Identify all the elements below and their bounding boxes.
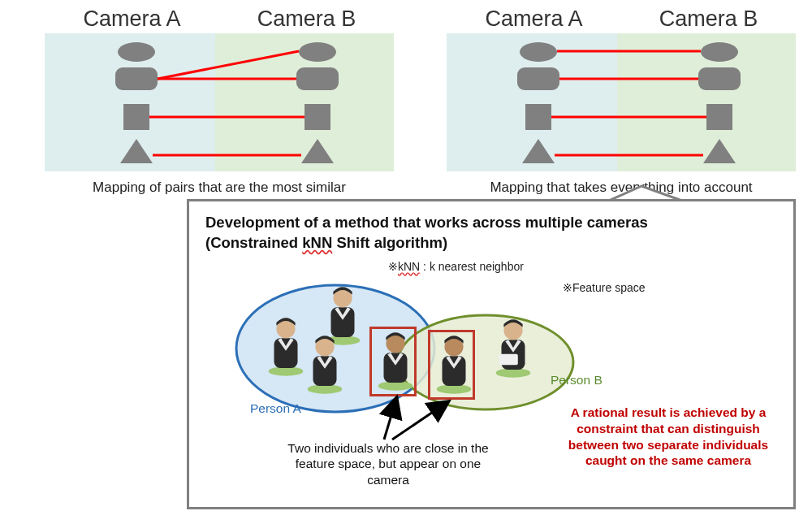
selection-box-icon: [369, 327, 417, 396]
camera-b-label: Camera B: [219, 6, 394, 32]
square-icon: [706, 104, 732, 130]
knn-note: ※kNN : k nearest neighbor: [388, 260, 524, 273]
square-icon: [304, 104, 330, 130]
rounded-rect-icon: [698, 67, 741, 90]
callout: Development of a method that works acros…: [187, 199, 796, 509]
callout-title: Development of a method that works acros…: [205, 213, 780, 253]
camera-a-label: Camera A: [45, 6, 219, 32]
ellipse-icon: [701, 42, 738, 62]
rounded-rect-icon: [296, 67, 339, 90]
ellipse-icon: [118, 42, 155, 62]
right-comparison: Camera A Camera B Mapping that takes eve…: [447, 6, 796, 196]
ellipse-icon: [299, 42, 336, 62]
rounded-rect-icon: [517, 67, 559, 90]
selection-box-icon: [428, 330, 475, 400]
square-icon: [123, 104, 149, 130]
note-left: Two individuals who are close in the fea…: [274, 440, 502, 487]
svg-line-31: [392, 402, 447, 440]
person-icon: [301, 331, 348, 396]
camera-a-label: Camera A: [447, 6, 621, 32]
svg-line-30: [384, 399, 396, 440]
rounded-rect-icon: [115, 67, 158, 90]
svg-rect-18: [313, 356, 337, 386]
svg-rect-12: [274, 338, 298, 368]
feature-space-note: ※Feature space: [563, 281, 646, 294]
person-a-label: Person A: [250, 401, 301, 416]
svg-rect-25: [499, 354, 518, 366]
triangle-icon: [120, 139, 153, 163]
square-icon: [525, 104, 551, 130]
arrow-icon: [352, 391, 490, 448]
person-icon: [490, 315, 537, 380]
camera-b-label: Camera B: [621, 6, 796, 32]
left-caption: Mapping of pairs that are the most simil…: [45, 180, 394, 196]
note-right: A rational result is achieved by a const…: [563, 405, 774, 469]
triangle-icon: [301, 139, 334, 163]
triangle-icon: [522, 139, 555, 163]
person-b-label: Person B: [551, 373, 603, 388]
ellipse-icon: [520, 42, 557, 62]
left-comparison: Camera A Camera B Mapping of pairs that …: [45, 6, 394, 196]
triangle-icon: [703, 139, 736, 163]
